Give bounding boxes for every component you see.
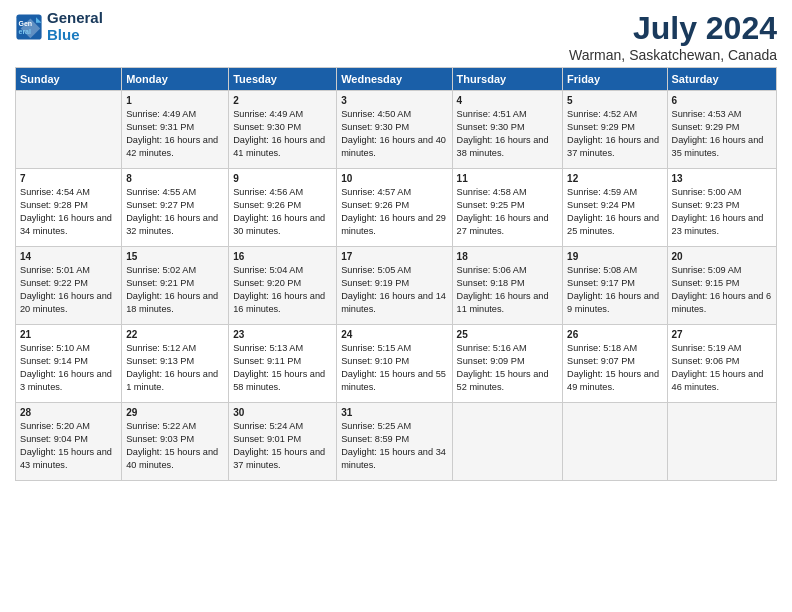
- day-number: 30: [233, 407, 332, 418]
- calendar-cell: 3Sunrise: 4:50 AMSunset: 9:30 PMDaylight…: [337, 91, 452, 169]
- cell-content: Sunrise: 5:18 AMSunset: 9:07 PMDaylight:…: [567, 342, 662, 394]
- day-number: 24: [341, 329, 447, 340]
- calendar-cell: 28Sunrise: 5:20 AMSunset: 9:04 PMDayligh…: [16, 403, 122, 481]
- cell-content: Sunrise: 5:22 AMSunset: 9:03 PMDaylight:…: [126, 420, 224, 472]
- cell-content: Sunrise: 4:50 AMSunset: 9:30 PMDaylight:…: [341, 108, 447, 160]
- day-number: 25: [457, 329, 558, 340]
- calendar-cell: 6Sunrise: 4:53 AMSunset: 9:29 PMDaylight…: [667, 91, 776, 169]
- cell-content: Sunrise: 5:00 AMSunset: 9:23 PMDaylight:…: [672, 186, 772, 238]
- day-number: 5: [567, 95, 662, 106]
- calendar-table: SundayMondayTuesdayWednesdayThursdayFrid…: [15, 67, 777, 481]
- cell-content: Sunrise: 4:58 AMSunset: 9:25 PMDaylight:…: [457, 186, 558, 238]
- calendar-cell: 8Sunrise: 4:55 AMSunset: 9:27 PMDaylight…: [122, 169, 229, 247]
- cell-content: Sunrise: 4:55 AMSunset: 9:27 PMDaylight:…: [126, 186, 224, 238]
- col-header-monday: Monday: [122, 68, 229, 91]
- day-number: 10: [341, 173, 447, 184]
- calendar-cell: 18Sunrise: 5:06 AMSunset: 9:18 PMDayligh…: [452, 247, 562, 325]
- cell-content: Sunrise: 4:54 AMSunset: 9:28 PMDaylight:…: [20, 186, 117, 238]
- day-number: 12: [567, 173, 662, 184]
- day-number: 9: [233, 173, 332, 184]
- calendar-cell: 31Sunrise: 5:25 AMSunset: 8:59 PMDayligh…: [337, 403, 452, 481]
- day-number: 3: [341, 95, 447, 106]
- cell-content: Sunrise: 4:59 AMSunset: 9:24 PMDaylight:…: [567, 186, 662, 238]
- calendar-container: Gen eral General Blue July 2024 Warman, …: [0, 0, 792, 491]
- title-block: July 2024 Warman, Saskatchewan, Canada: [569, 10, 777, 63]
- col-header-sunday: Sunday: [16, 68, 122, 91]
- day-number: 20: [672, 251, 772, 262]
- calendar-cell: 5Sunrise: 4:52 AMSunset: 9:29 PMDaylight…: [563, 91, 667, 169]
- col-header-saturday: Saturday: [667, 68, 776, 91]
- col-header-friday: Friday: [563, 68, 667, 91]
- cell-content: Sunrise: 5:01 AMSunset: 9:22 PMDaylight:…: [20, 264, 117, 316]
- calendar-cell: 27Sunrise: 5:19 AMSunset: 9:06 PMDayligh…: [667, 325, 776, 403]
- logo-text: General Blue: [47, 10, 103, 43]
- cell-content: Sunrise: 5:04 AMSunset: 9:20 PMDaylight:…: [233, 264, 332, 316]
- svg-text:eral: eral: [19, 28, 32, 35]
- calendar-header-row: SundayMondayTuesdayWednesdayThursdayFrid…: [16, 68, 777, 91]
- calendar-cell: [667, 403, 776, 481]
- logo-icon: Gen eral: [15, 13, 43, 41]
- cell-content: Sunrise: 5:12 AMSunset: 9:13 PMDaylight:…: [126, 342, 224, 394]
- calendar-cell: 4Sunrise: 4:51 AMSunset: 9:30 PMDaylight…: [452, 91, 562, 169]
- calendar-cell: 25Sunrise: 5:16 AMSunset: 9:09 PMDayligh…: [452, 325, 562, 403]
- calendar-cell: [16, 91, 122, 169]
- day-number: 17: [341, 251, 447, 262]
- main-title: July 2024: [569, 10, 777, 47]
- col-header-tuesday: Tuesday: [229, 68, 337, 91]
- calendar-cell: 10Sunrise: 4:57 AMSunset: 9:26 PMDayligh…: [337, 169, 452, 247]
- cell-content: Sunrise: 5:19 AMSunset: 9:06 PMDaylight:…: [672, 342, 772, 394]
- day-number: 28: [20, 407, 117, 418]
- calendar-cell: 7Sunrise: 4:54 AMSunset: 9:28 PMDaylight…: [16, 169, 122, 247]
- day-number: 23: [233, 329, 332, 340]
- day-number: 6: [672, 95, 772, 106]
- cell-content: Sunrise: 4:53 AMSunset: 9:29 PMDaylight:…: [672, 108, 772, 160]
- calendar-cell: 26Sunrise: 5:18 AMSunset: 9:07 PMDayligh…: [563, 325, 667, 403]
- day-number: 15: [126, 251, 224, 262]
- calendar-cell: 20Sunrise: 5:09 AMSunset: 9:15 PMDayligh…: [667, 247, 776, 325]
- cell-content: Sunrise: 5:15 AMSunset: 9:10 PMDaylight:…: [341, 342, 447, 394]
- calendar-cell: 29Sunrise: 5:22 AMSunset: 9:03 PMDayligh…: [122, 403, 229, 481]
- cell-content: Sunrise: 4:56 AMSunset: 9:26 PMDaylight:…: [233, 186, 332, 238]
- day-number: 27: [672, 329, 772, 340]
- calendar-cell: 17Sunrise: 5:05 AMSunset: 9:19 PMDayligh…: [337, 247, 452, 325]
- col-header-wednesday: Wednesday: [337, 68, 452, 91]
- calendar-cell: 21Sunrise: 5:10 AMSunset: 9:14 PMDayligh…: [16, 325, 122, 403]
- calendar-cell: 13Sunrise: 5:00 AMSunset: 9:23 PMDayligh…: [667, 169, 776, 247]
- calendar-cell: 19Sunrise: 5:08 AMSunset: 9:17 PMDayligh…: [563, 247, 667, 325]
- svg-text:Gen: Gen: [19, 19, 33, 26]
- cell-content: Sunrise: 5:13 AMSunset: 9:11 PMDaylight:…: [233, 342, 332, 394]
- header: Gen eral General Blue July 2024 Warman, …: [15, 10, 777, 63]
- day-number: 14: [20, 251, 117, 262]
- calendar-cell: 9Sunrise: 4:56 AMSunset: 9:26 PMDaylight…: [229, 169, 337, 247]
- calendar-cell: 22Sunrise: 5:12 AMSunset: 9:13 PMDayligh…: [122, 325, 229, 403]
- cell-content: Sunrise: 5:02 AMSunset: 9:21 PMDaylight:…: [126, 264, 224, 316]
- day-number: 7: [20, 173, 117, 184]
- day-number: 1: [126, 95, 224, 106]
- calendar-cell: 2Sunrise: 4:49 AMSunset: 9:30 PMDaylight…: [229, 91, 337, 169]
- day-number: 8: [126, 173, 224, 184]
- day-number: 13: [672, 173, 772, 184]
- day-number: 16: [233, 251, 332, 262]
- cell-content: Sunrise: 5:10 AMSunset: 9:14 PMDaylight:…: [20, 342, 117, 394]
- day-number: 4: [457, 95, 558, 106]
- day-number: 29: [126, 407, 224, 418]
- calendar-cell: 15Sunrise: 5:02 AMSunset: 9:21 PMDayligh…: [122, 247, 229, 325]
- cell-content: Sunrise: 4:52 AMSunset: 9:29 PMDaylight:…: [567, 108, 662, 160]
- calendar-cell: 30Sunrise: 5:24 AMSunset: 9:01 PMDayligh…: [229, 403, 337, 481]
- subtitle: Warman, Saskatchewan, Canada: [569, 47, 777, 63]
- cell-content: Sunrise: 5:08 AMSunset: 9:17 PMDaylight:…: [567, 264, 662, 316]
- cell-content: Sunrise: 4:49 AMSunset: 9:31 PMDaylight:…: [126, 108, 224, 160]
- calendar-cell: 1Sunrise: 4:49 AMSunset: 9:31 PMDaylight…: [122, 91, 229, 169]
- cell-content: Sunrise: 5:25 AMSunset: 8:59 PMDaylight:…: [341, 420, 447, 472]
- calendar-cell: 11Sunrise: 4:58 AMSunset: 9:25 PMDayligh…: [452, 169, 562, 247]
- week-row-1: 1Sunrise: 4:49 AMSunset: 9:31 PMDaylight…: [16, 91, 777, 169]
- week-row-3: 14Sunrise: 5:01 AMSunset: 9:22 PMDayligh…: [16, 247, 777, 325]
- day-number: 11: [457, 173, 558, 184]
- cell-content: Sunrise: 5:20 AMSunset: 9:04 PMDaylight:…: [20, 420, 117, 472]
- cell-content: Sunrise: 5:24 AMSunset: 9:01 PMDaylight:…: [233, 420, 332, 472]
- day-number: 2: [233, 95, 332, 106]
- cell-content: Sunrise: 4:49 AMSunset: 9:30 PMDaylight:…: [233, 108, 332, 160]
- logo: Gen eral General Blue: [15, 10, 103, 43]
- calendar-cell: [563, 403, 667, 481]
- calendar-cell: 24Sunrise: 5:15 AMSunset: 9:10 PMDayligh…: [337, 325, 452, 403]
